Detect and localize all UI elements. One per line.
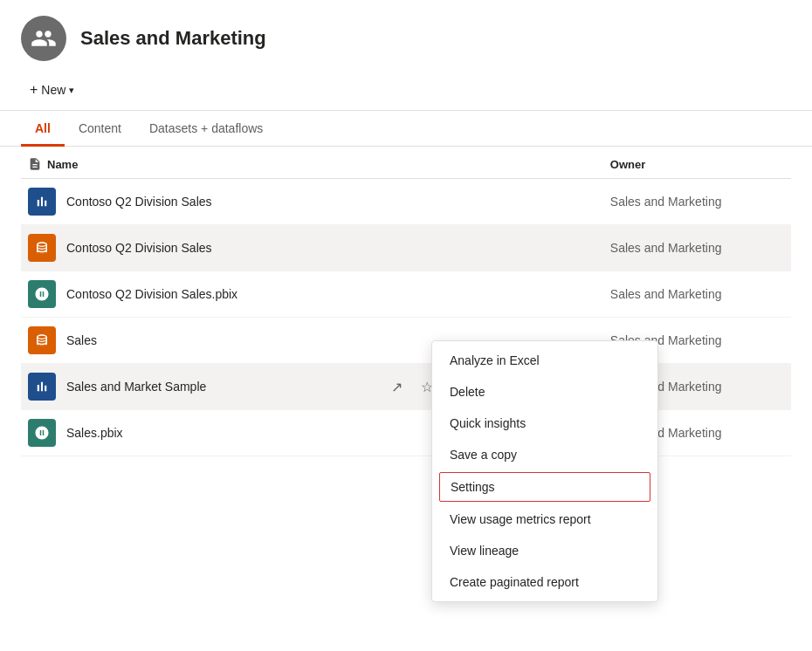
page-title: Sales and Marketing [80,27,266,50]
table-row: Contoso Q2 Division Sales.pbix Sales and… [21,271,791,318]
menu-item-view-lineage[interactable]: View lineage [432,535,657,566]
item-name-cell: Sales [21,318,378,364]
menu-item-paginated-report[interactable]: Create paginated report [432,566,657,598]
item-name-cell: Contoso Q2 Division Sales.pbix [21,271,378,318]
share-button[interactable]: ↗ [385,374,409,399]
table-row: Contoso Q2 Division Sales Sales and Mark… [21,179,791,225]
item-owner-cell: Sales and Marketing [603,225,791,271]
item-name-cell: Sales and Market Sample [21,364,378,410]
col-header-owner: Owner [603,147,791,179]
item-owner-cell: Sales and Marketing [603,271,791,318]
tab-bar: All Content Datasets + dataflows [0,111,812,147]
col-header-type [491,147,603,179]
menu-item-settings[interactable]: Settings [439,472,650,502]
content-table-container: Name Owner Contoso Q2 Division Sales Sal… [0,147,812,456]
item-type-icon [28,280,56,308]
table-row: Sales.pbix DashboardSales and Marketing [21,410,791,456]
new-button[interactable]: + New ▾ [21,77,83,103]
item-name[interactable]: Contoso Q2 Division Sales [66,195,212,209]
table-row: Sales and Market Sample ↗ ☆ ⋮ ReportSale… [21,364,791,410]
item-type-icon [28,188,56,216]
item-type-icon [28,326,56,354]
item-owner-cell: Sales and Marketing [603,179,791,225]
table-row: Contoso Q2 Division Sales Sales and Mark… [21,225,791,271]
table-header-row: Name Owner [21,147,791,179]
tab-datasets[interactable]: Datasets + dataflows [135,111,277,147]
item-type-icon [28,419,56,447]
workspace-avatar-icon [31,25,57,51]
item-name[interactable]: Sales [66,333,97,347]
item-name-cell: Sales.pbix [21,410,378,456]
table-row: Sales Sales and Marketing [21,318,791,364]
item-name[interactable]: Sales and Market Sample [66,380,206,394]
menu-item-delete[interactable]: Delete [432,376,657,408]
col-header-name: Name [21,147,378,179]
tab-content[interactable]: Content [65,111,135,147]
menu-item-quick-insights[interactable]: Quick insights [432,408,657,439]
toolbar: + New ▾ [0,72,812,103]
chevron-down-icon: ▾ [69,85,74,96]
tab-all[interactable]: All [21,111,65,147]
col-name-label: Name [47,158,78,171]
item-actions-cell [378,179,491,225]
item-type-icon [28,234,56,262]
workspace-header: Sales and Marketing [0,0,812,72]
item-actions-cell [378,225,491,271]
item-name[interactable]: Contoso Q2 Division Sales [66,241,212,255]
context-menu: Analyze in ExcelDeleteQuick insightsSave… [431,340,658,602]
item-type-cell [491,179,603,225]
content-table: Name Owner Contoso Q2 Division Sales Sal… [21,147,791,456]
col-header-actions [378,147,491,179]
file-icon [28,157,42,171]
item-name-cell: Contoso Q2 Division Sales [21,179,378,225]
workspace-avatar [21,16,66,61]
menu-item-analyze[interactable]: Analyze in Excel [432,345,657,376]
plus-icon: + [30,82,38,98]
item-type-icon [28,373,56,401]
item-type-cell [491,271,603,318]
table-body: Contoso Q2 Division Sales Sales and Mark… [21,179,791,456]
item-name-cell: Contoso Q2 Division Sales [21,225,378,271]
item-type-cell [491,225,603,271]
item-name[interactable]: Contoso Q2 Division Sales.pbix [66,287,237,301]
new-label: New [41,83,65,97]
menu-item-save-copy[interactable]: Save a copy [432,439,657,470]
menu-item-usage-metrics[interactable]: View usage metrics report [432,504,657,535]
item-actions-cell [378,271,491,318]
item-name[interactable]: Sales.pbix [66,426,123,440]
